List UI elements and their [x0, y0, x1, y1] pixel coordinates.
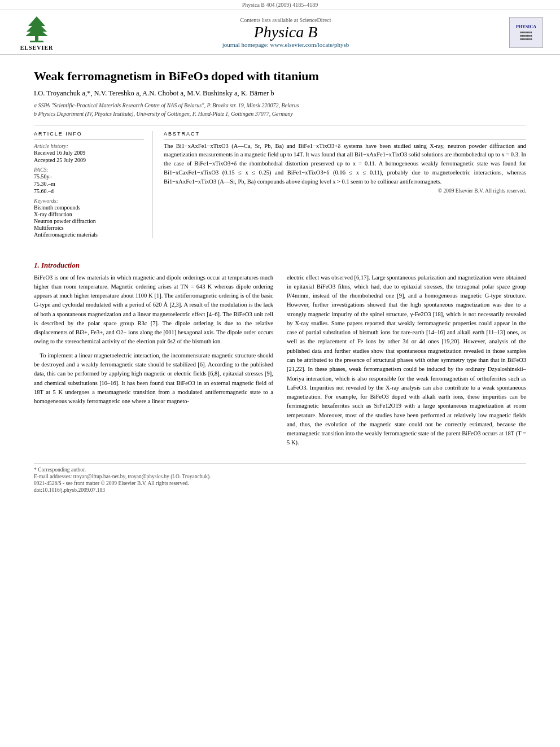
intro-para-1: BiFeO3 is one of few materials in which … [34, 273, 273, 347]
journal-meta: Physica B 404 (2009) 4185–4189 [0, 0, 560, 10]
abstract-column: ABSTRACT The Bi1−xAxFe1−xTixO3 (A—Ca, Sr… [164, 131, 526, 238]
body-content: 1. Introduction BiFeO3 is one of few mat… [0, 250, 560, 464]
svg-rect-1 [30, 41, 43, 42]
article-info-heading: ARTICLE INFO [34, 131, 144, 137]
pacs-2: 75.30.–m [34, 181, 144, 187]
footnote-issn: 0921-4526/$ - see front matter © 2009 El… [34, 480, 526, 486]
keywords-label: Keywords: [34, 198, 144, 204]
intro-title: Introduction [41, 261, 80, 269]
pacs-3: 75.60.–d [34, 188, 144, 194]
keyword-4: Multiferroics [34, 225, 144, 231]
journal-name: Physica B [62, 23, 509, 41]
footnote-corresponding: * Corresponding author. [34, 467, 526, 473]
physica-badge: PHYSICA ■■■■■■ ■■■■■■ ■■■■■■ [509, 17, 549, 48]
keyword-2: X-ray diffraction [34, 211, 144, 217]
copyright-note: © 2009 Elsevier B.V. All rights reserved… [164, 188, 526, 194]
elsevier-logo: ELSEVIER [11, 14, 62, 51]
pacs-label: PACS: [34, 167, 144, 173]
body-two-col: BiFeO3 is one of few materials in which … [34, 273, 526, 452]
journal-center: Contents lists available at ScienceDirec… [62, 17, 509, 48]
keywords-list: Bismuth compounds X-ray diffraction Neut… [34, 204, 144, 238]
body-col-right: electric effect was observed [6,17]. Lar… [287, 273, 526, 452]
article-info-column: ARTICLE INFO Article history: Received 1… [34, 131, 152, 238]
abstract-text: The Bi1−xAxFe1−xTixO3 (A—Ca, Sr, Pb, Ba)… [164, 142, 526, 186]
intro-number: 1. [34, 261, 40, 269]
keyword-1: Bismuth compounds [34, 204, 144, 211]
intro-para-right-1: electric effect was observed [6,17]. Lar… [287, 273, 526, 448]
journal-header: ELSEVIER Contents lists available at Sci… [0, 10, 560, 55]
intro-heading: 1. Introduction [34, 261, 526, 270]
elsevier-tree-icon [14, 14, 59, 45]
info-abstract-row: ARTICLE INFO Article history: Received 1… [34, 131, 526, 238]
abstract-heading: ABSTRACT [164, 131, 526, 137]
footer-area: * Corresponding author. E-mail addresses… [34, 464, 526, 493]
affiliation-a: a SSPA "Scientific-Practical Materials R… [34, 101, 526, 110]
affiliation-b: b Physics Department (IV, Physics Instit… [34, 110, 526, 118]
article-title: Weak ferromagnetism in BiFeO₃ doped with… [34, 68, 526, 85]
body-col-left: BiFeO3 is one of few materials in which … [34, 273, 273, 452]
pacs-1: 75.50y– [34, 173, 144, 180]
received-date: Received 16 July 2009 [34, 150, 144, 156]
contents-note: Contents lists available at ScienceDirec… [62, 17, 509, 23]
page: Physica B 404 (2009) 4185–4189 ELSEVIER … [0, 0, 560, 747]
divider [34, 125, 526, 125]
homepage-text: journal homepage: www.elsevier.com/locat… [222, 41, 349, 48]
article-content: Weak ferromagnetism in BiFeO₃ doped with… [0, 55, 560, 250]
physica-cover-box: PHYSICA ■■■■■■ ■■■■■■ ■■■■■■ [509, 17, 543, 48]
homepage-link[interactable]: journal homepage: www.elsevier.com/locat… [62, 41, 509, 48]
footnote-doi: doi:10.1016/j.physb.2009.07.183 [34, 487, 526, 493]
keyword-3: Neutron powder diffraction [34, 218, 144, 224]
keyword-5: Antiferromagnetic materials [34, 231, 144, 238]
history-label: Article history: [34, 143, 144, 149]
affiliations: a SSPA "Scientific-Practical Materials R… [34, 101, 526, 118]
intro-para-2: To implement a linear magnetoelectric in… [34, 351, 273, 407]
footnote-email: E-mail addresses: troyan@iftup.bas-net.b… [34, 474, 526, 479]
journal-volume: Physica B 404 (2009) 4185–4189 [242, 2, 318, 8]
article-authors: I.O. Troyanchuk a,*, N.V. Tereshko a, A.… [34, 89, 526, 98]
elsevier-name: ELSEVIER [20, 45, 54, 51]
accepted-date: Accepted 25 July 2009 [34, 157, 144, 163]
